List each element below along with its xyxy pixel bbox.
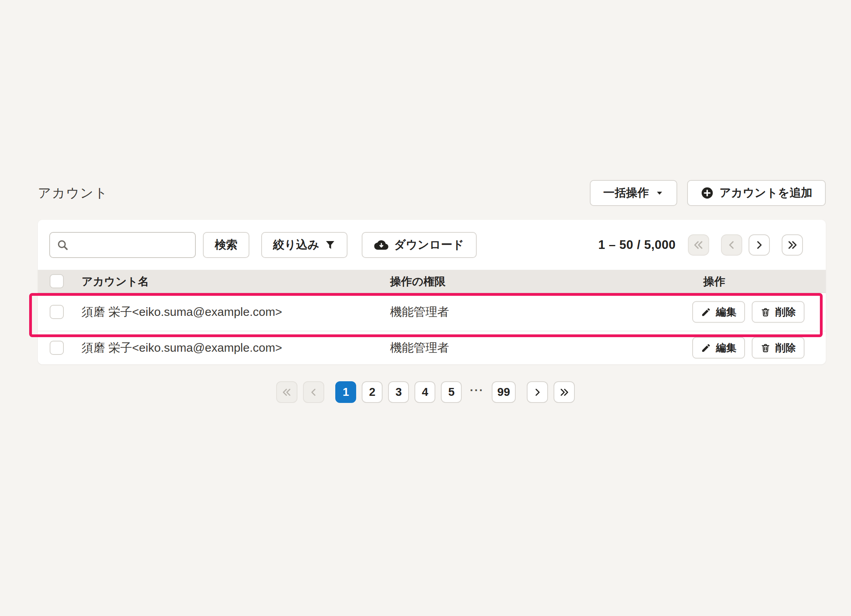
bottom-pagination: 1 2 3 4 5 ··· 99 xyxy=(0,381,851,403)
page-button-5[interactable]: 5 xyxy=(441,381,462,403)
top-pagination xyxy=(688,234,803,256)
next-page-button[interactable] xyxy=(527,381,548,403)
row-actions: 編集 削除 xyxy=(692,301,805,323)
row-checkbox[interactable] xyxy=(50,341,64,355)
search-input[interactable] xyxy=(49,232,196,258)
download-button-label: ダウンロード xyxy=(394,237,464,253)
add-account-label: アカウントを追加 xyxy=(719,185,812,201)
page-button-4[interactable]: 4 xyxy=(414,381,435,403)
edit-button-label: 編集 xyxy=(716,341,736,355)
page-button-1[interactable]: 1 xyxy=(335,381,356,403)
search-button[interactable]: 検索 xyxy=(203,232,249,258)
row-checkbox[interactable] xyxy=(50,305,64,319)
delete-button[interactable]: 削除 xyxy=(752,301,805,323)
delete-button-label: 削除 xyxy=(775,341,796,355)
bulk-actions-button[interactable]: 一括操作 xyxy=(590,180,677,206)
page-button-3[interactable]: 3 xyxy=(388,381,409,403)
cloud-download-icon xyxy=(374,238,388,252)
edit-button[interactable]: 編集 xyxy=(692,337,745,359)
pencil-icon xyxy=(701,343,711,353)
magnifier-icon xyxy=(56,239,69,253)
last-page-button[interactable] xyxy=(554,381,575,403)
delete-button-label: 削除 xyxy=(775,305,796,319)
result-range: 1 – 50 / 5,000 xyxy=(598,238,676,252)
double-chevron-left-icon xyxy=(282,387,292,397)
prev-page-button[interactable] xyxy=(721,234,742,256)
column-header-actions: 操作 xyxy=(703,270,725,293)
row-actions: 編集 削除 xyxy=(692,337,805,359)
table-header: アカウント名 操作の権限 操作 xyxy=(38,270,826,293)
search-box xyxy=(49,232,196,258)
first-page-button[interactable] xyxy=(276,381,297,403)
double-chevron-right-icon xyxy=(559,387,569,397)
trash-icon xyxy=(760,307,771,317)
table-row: 須磨 栄子<eiko.suma@example.com> 機能管理者 編集 削除 xyxy=(38,293,826,331)
column-header-account-name: アカウント名 xyxy=(82,270,149,293)
page-title: アカウント xyxy=(38,184,108,202)
bulk-actions-label: 一括操作 xyxy=(603,185,649,201)
pagination-ellipsis: ··· xyxy=(467,384,486,397)
chevron-right-icon xyxy=(532,387,543,397)
page-button-2[interactable]: 2 xyxy=(362,381,383,403)
account-name: 須磨 栄子<eiko.suma@example.com> xyxy=(82,340,282,356)
column-header-permission: 操作の権限 xyxy=(390,270,446,293)
page-button-99[interactable]: 99 xyxy=(492,381,515,403)
edit-button-label: 編集 xyxy=(716,305,736,319)
table-row: 須磨 栄子<eiko.suma@example.com> 機能管理者 編集 削除 xyxy=(38,331,826,364)
search-button-label: 検索 xyxy=(215,237,238,253)
plus-circle-icon xyxy=(700,186,714,200)
download-button[interactable]: ダウンロード xyxy=(362,232,476,258)
accounts-card: 検索 絞り込み ダウンロード 1 – 50 / 5,000 xyxy=(38,220,826,364)
pencil-icon xyxy=(701,307,711,317)
accounts-page: アカウント 一括操作 アカウントを追加 xyxy=(0,0,851,616)
select-all-checkbox[interactable] xyxy=(50,274,64,288)
last-page-button[interactable] xyxy=(782,234,803,256)
first-page-button[interactable] xyxy=(688,234,709,256)
table-toolbar: 検索 絞り込み ダウンロード 1 – 50 / 5,000 xyxy=(38,220,826,270)
edit-button[interactable]: 編集 xyxy=(692,301,745,323)
header-actions: 一括操作 アカウントを追加 xyxy=(590,180,826,206)
funnel-icon xyxy=(325,239,336,250)
chevron-left-icon xyxy=(726,239,737,250)
next-page-button[interactable] xyxy=(749,234,770,256)
chevron-right-icon xyxy=(754,239,765,250)
delete-button[interactable]: 削除 xyxy=(752,337,805,359)
caret-down-icon xyxy=(655,189,664,197)
filter-button[interactable]: 絞り込み xyxy=(261,232,347,258)
account-name: 須磨 栄子<eiko.suma@example.com> xyxy=(82,304,282,320)
double-chevron-right-icon xyxy=(787,239,798,250)
prev-page-button[interactable] xyxy=(303,381,324,403)
double-chevron-left-icon xyxy=(693,239,704,250)
add-account-button[interactable]: アカウントを追加 xyxy=(687,180,826,206)
chevron-left-icon xyxy=(308,387,319,397)
filter-button-label: 絞り込み xyxy=(273,237,319,253)
account-permission: 機能管理者 xyxy=(390,340,449,356)
account-permission: 機能管理者 xyxy=(390,304,449,320)
trash-icon xyxy=(760,343,771,353)
